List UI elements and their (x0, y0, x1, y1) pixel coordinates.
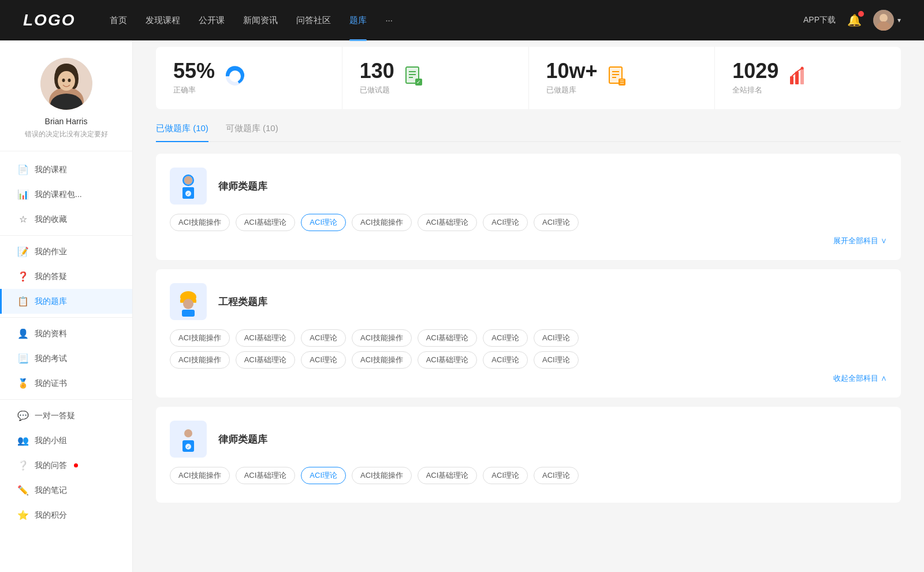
tag-1-5[interactable]: ACI理论 (483, 329, 528, 347)
tag-2-0[interactable]: ACI技能操作 (170, 467, 230, 484)
exam-icon: 📃 (17, 353, 29, 364)
nav-mooc[interactable]: 公开课 (199, 13, 225, 28)
content-area: ✓ 律师类题库 ACI技能操作 ACI基础理论 ACI理论 ACI技能操作 AC… (156, 154, 901, 503)
stat-rank-value: 1029 (732, 61, 778, 81)
tab-available-banks[interactable]: 可做题库 (10) (226, 123, 278, 141)
stat-done-questions-label: 已做试题 (360, 85, 394, 95)
app-download-button[interactable]: APP下载 (803, 15, 836, 25)
tag-2-3[interactable]: ACI技能操作 (352, 467, 412, 484)
profile-name: Brian Harris (12, 117, 121, 126)
notes-icon: ✏️ (17, 485, 29, 496)
points-icon: ⭐ (17, 510, 29, 520)
bank-card-lawyer-1: ✓ 律师类题库 ACI技能操作 ACI基础理论 ACI理论 ACI技能操作 AC… (156, 154, 901, 260)
nav-news[interactable]: 新闻资讯 (243, 13, 278, 28)
tag-1-11[interactable]: ACI基础理论 (418, 351, 478, 369)
sidebar-item-notes[interactable]: ✏️ 我的笔记 (0, 478, 132, 503)
sidebar-label-tutoring: 一对一答疑 (35, 411, 75, 421)
sidebar-item-group[interactable]: 👥 我的小组 (0, 428, 132, 453)
profile-icon: 👤 (17, 328, 29, 339)
sidebar-label-notes: 我的笔记 (35, 485, 67, 496)
nav-more[interactable]: ··· (385, 13, 393, 28)
bank-icon: 📋 (17, 296, 29, 307)
bank-tags-row1-2: ACI技能操作 ACI基础理论 ACI理论 ACI技能操作 ACI基础理论 AC… (170, 329, 887, 347)
tag-1-7[interactable]: ACI技能操作 (170, 351, 230, 369)
svg-rect-43 (182, 310, 195, 317)
tag-1-1[interactable]: ACI基础理论 (236, 329, 296, 347)
stat-rank: 1029 全站排名 (715, 47, 901, 109)
tag-1-13[interactable]: ACI理论 (534, 351, 579, 369)
tag-0-5[interactable]: ACI理论 (483, 214, 528, 231)
stat-accuracy-value: 55% (173, 61, 215, 81)
divider-2 (0, 317, 132, 318)
tag-1-2[interactable]: ACI理论 (301, 329, 346, 347)
sidebar-label-course: 我的课程 (35, 165, 67, 175)
svg-text:✓: ✓ (187, 445, 190, 449)
tag-2-5[interactable]: ACI理论 (483, 467, 528, 484)
svg-rect-31 (800, 68, 804, 84)
sidebar-item-homework[interactable]: 📝 我的作业 (0, 239, 132, 264)
stat-done-questions: 130 已做试题 ✓ (342, 47, 529, 109)
svg-rect-29 (790, 76, 793, 84)
doc-green-icon: ✓ (404, 66, 424, 91)
nav-home[interactable]: 首页 (110, 13, 127, 28)
collapse-btn-2[interactable]: 收起全部科目 ∧ (170, 373, 887, 384)
tag-2-6[interactable]: ACI理论 (534, 467, 579, 484)
tag-0-2[interactable]: ACI理论 (301, 214, 346, 231)
lawyer-icon: ✓ (170, 168, 207, 205)
svg-point-32 (801, 66, 804, 69)
bank-title-1: 律师类题库 (218, 180, 267, 193)
sidebar-label-favorites: 我的收藏 (35, 214, 67, 225)
svg-point-10 (62, 79, 65, 82)
tag-1-12[interactable]: ACI理论 (483, 351, 528, 369)
tag-2-1[interactable]: ACI基础理论 (236, 467, 296, 484)
bank-title-2: 工程类题库 (218, 295, 267, 309)
chart-red-icon (788, 66, 808, 91)
tag-0-4[interactable]: ACI基础理论 (418, 214, 478, 231)
stat-rank-label: 全站排名 (732, 85, 778, 95)
nav-bank[interactable]: 题库 (349, 13, 367, 28)
tag-0-0[interactable]: ACI技能操作 (170, 214, 230, 231)
lawyer-icon-2: ✓ (170, 421, 207, 458)
sidebar-item-points[interactable]: ⭐ 我的积分 (0, 503, 132, 520)
nav-qa[interactable]: 问答社区 (296, 13, 331, 28)
svg-text:☰: ☰ (620, 79, 624, 85)
sidebar-item-certificate[interactable]: 🏅 我的证书 (0, 371, 132, 396)
sidebar: Brian Harris 错误的决定比没有决定要好 📄 我的课程 📊 我的课程包… (0, 40, 133, 520)
tag-2-2[interactable]: ACI理论 (301, 467, 346, 484)
bank-card-lawyer-2: ✓ 律师类题库 ACI技能操作 ACI基础理论 ACI理论 ACI技能操作 AC… (156, 407, 901, 503)
user-avatar-menu[interactable]: ▾ (873, 10, 901, 31)
qa-icon: ❓ (17, 271, 29, 282)
tag-1-0[interactable]: ACI技能操作 (170, 329, 230, 347)
sidebar-item-favorites[interactable]: ☆ 我的收藏 (0, 207, 132, 232)
sidebar-item-course[interactable]: 📄 我的课程 (0, 157, 132, 182)
chevron-down-icon: ▾ (897, 16, 901, 24)
pie-chart-icon (224, 65, 246, 91)
sidebar-item-tutoring[interactable]: 💬 一对一答疑 (0, 403, 132, 428)
sidebar-item-exam[interactable]: 📃 我的考试 (0, 346, 132, 371)
tag-1-10[interactable]: ACI技能操作 (352, 351, 412, 369)
tag-1-6[interactable]: ACI理论 (534, 329, 579, 347)
tag-2-4[interactable]: ACI基础理论 (418, 467, 478, 484)
tag-1-9[interactable]: ACI理论 (301, 351, 346, 369)
sidebar-item-profile[interactable]: 👤 我的资料 (0, 321, 132, 346)
svg-point-11 (68, 79, 70, 82)
tab-done-banks[interactable]: 已做题库 (10) (156, 123, 208, 141)
stat-done-banks: 10w+ 已做题库 ☰ (529, 47, 716, 109)
tag-1-4[interactable]: ACI基础理论 (418, 329, 478, 347)
tag-1-8[interactable]: ACI基础理论 (236, 351, 296, 369)
nav-discover[interactable]: 发现课程 (146, 13, 180, 28)
main-nav: 首页 发现课程 公开课 新闻资讯 问答社区 题库 ··· (110, 13, 803, 28)
bank-card-header-1: ✓ 律师类题库 (170, 168, 887, 205)
tag-0-3[interactable]: ACI技能操作 (352, 214, 412, 231)
sidebar-item-course-package[interactable]: 📊 我的课程包... (0, 182, 132, 207)
notification-bell[interactable]: 🔔 (847, 13, 862, 27)
sidebar-item-bank[interactable]: 📋 我的题库 (0, 289, 132, 314)
expand-btn-1[interactable]: 展开全部科目 ∨ (170, 236, 887, 246)
bank-tags-row2-2: ACI技能操作 ACI基础理论 ACI理论 ACI技能操作 ACI基础理论 AC… (170, 351, 887, 369)
tag-0-6[interactable]: ACI理论 (534, 214, 579, 231)
sidebar-item-questions[interactable]: ❔ 我的问答 (0, 453, 132, 478)
tag-0-1[interactable]: ACI基础理论 (236, 214, 296, 231)
tag-1-3[interactable]: ACI技能操作 (352, 329, 412, 347)
sidebar-label-bank: 我的题库 (35, 296, 67, 307)
sidebar-item-qa[interactable]: ❓ 我的答疑 (0, 264, 132, 289)
